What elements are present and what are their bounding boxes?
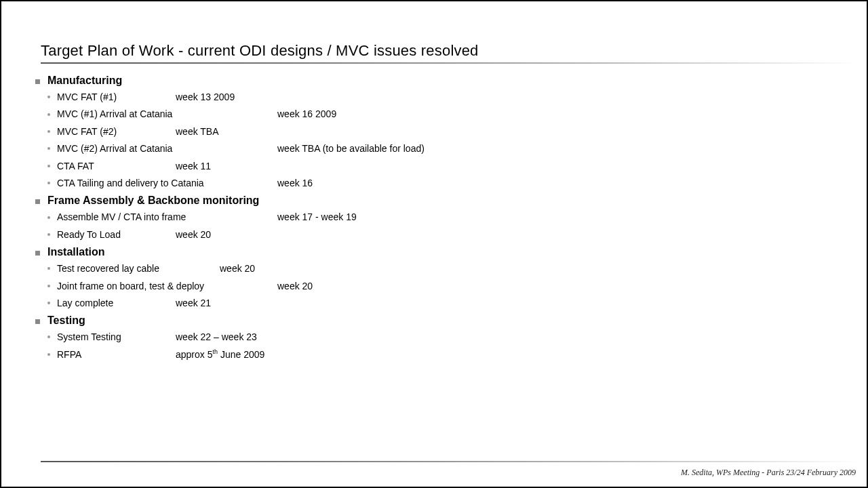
list-item: MVC FAT (#2)week TBA xyxy=(47,124,846,139)
item-when: week 21 xyxy=(176,296,211,310)
section-items: MVC FAT (#1)week 13 2009MVC (#1) Arrival… xyxy=(47,89,846,190)
item-label: MVC FAT (#2) xyxy=(57,124,176,139)
list-item: MVC (#2) Arrival at Cataniaweek TBA (to … xyxy=(47,141,846,156)
list-item: CTA FATweek 11 xyxy=(47,159,846,174)
list-item: Lay completeweek 21 xyxy=(47,296,846,310)
section: InstallationTest recovered lay cableweek… xyxy=(35,246,846,310)
section-title: Frame Assembly & Backbone monitoring xyxy=(47,195,259,207)
dot-bullet-icon xyxy=(47,302,50,304)
item-when: week 17 - week 19 xyxy=(277,209,357,224)
item-when: approx 5th June 2009 xyxy=(176,347,264,362)
square-bullet-icon xyxy=(35,79,40,84)
item-label: Ready To Load xyxy=(57,227,176,242)
slide: Target Plan of Work - current ODI design… xyxy=(0,0,868,488)
item-label: CTA Tailing and delivery to Catania xyxy=(57,176,277,190)
section-header: Testing xyxy=(35,314,846,327)
section-title: Testing xyxy=(47,314,85,327)
dot-bullet-icon xyxy=(47,285,50,287)
item-label: MVC (#2) Arrival at Catania xyxy=(57,141,277,156)
item-when: week 20 xyxy=(176,227,211,242)
item-label: Lay complete xyxy=(57,296,176,310)
dot-bullet-icon xyxy=(47,353,50,356)
item-label: RFPA xyxy=(57,347,176,362)
list-item: System Testingweek 22 – week 23 xyxy=(47,329,846,344)
dot-bullet-icon xyxy=(47,182,50,184)
section-header: Frame Assembly & Backbone monitoring xyxy=(35,195,846,207)
item-when: week 13 2009 xyxy=(176,89,235,104)
dot-bullet-icon xyxy=(47,336,50,338)
item-when: week 20 xyxy=(277,279,313,293)
item-when: week TBA (to be available for load) xyxy=(277,141,425,156)
section: ManufacturingMVC FAT (#1)week 13 2009MVC… xyxy=(35,75,846,190)
item-when: week 11 xyxy=(176,159,211,174)
square-bullet-icon xyxy=(35,199,40,204)
section: TestingSystem Testingweek 22 – week 23RF… xyxy=(35,314,846,362)
item-when: week TBA xyxy=(176,124,219,139)
list-item: MVC (#1) Arrival at Cataniaweek 16 2009 xyxy=(47,106,846,121)
item-when: week 16 xyxy=(277,176,313,190)
section-items: System Testingweek 22 – week 23RFPAappro… xyxy=(47,329,846,362)
dot-bullet-icon xyxy=(47,216,50,219)
dot-bullet-icon xyxy=(47,165,50,167)
section-items: Test recovered lay cableweek 20Joint fra… xyxy=(47,261,846,310)
item-when: week 16 2009 xyxy=(277,106,336,121)
item-when: week 22 – week 23 xyxy=(176,329,257,344)
dot-bullet-icon xyxy=(47,130,50,133)
list-item: MVC FAT (#1)week 13 2009 xyxy=(47,89,846,104)
item-when: week 20 xyxy=(220,261,255,276)
section: Frame Assembly & Backbone monitoringAsse… xyxy=(35,195,846,242)
item-label: System Testing xyxy=(57,329,176,344)
section-title: Manufacturing xyxy=(47,75,122,87)
item-label: Assemble MV / CTA into frame xyxy=(57,209,277,224)
divider-bottom xyxy=(41,461,859,462)
section-title: Installation xyxy=(47,246,104,258)
item-label: MVC (#1) Arrival at Catania xyxy=(57,106,277,121)
dot-bullet-icon xyxy=(47,96,50,98)
slide-footer: M. Sedita, WPs Meeting - Paris 23/24 Feb… xyxy=(681,468,856,478)
list-item: RFPAapprox 5th June 2009 xyxy=(47,347,846,362)
item-label: Test recovered lay cable xyxy=(57,261,220,276)
list-item: CTA Tailing and delivery to Cataniaweek … xyxy=(47,176,846,190)
slide-title: Target Plan of Work - current ODI design… xyxy=(41,42,479,60)
list-item: Test recovered lay cableweek 20 xyxy=(47,261,846,276)
list-item: Assemble MV / CTA into frameweek 17 - we… xyxy=(47,209,846,224)
item-label: Joint frame on board, test & deploy xyxy=(57,279,277,293)
item-label: MVC FAT (#1) xyxy=(57,89,176,104)
section-header: Installation xyxy=(35,246,846,258)
divider-top xyxy=(41,62,859,64)
section-items: Assemble MV / CTA into frameweek 17 - we… xyxy=(47,209,846,242)
slide-content: ManufacturingMVC FAT (#1)week 13 2009MVC… xyxy=(35,75,846,366)
item-label: CTA FAT xyxy=(57,159,176,174)
dot-bullet-icon xyxy=(47,233,50,236)
list-item: Ready To Loadweek 20 xyxy=(47,227,846,242)
square-bullet-icon xyxy=(35,319,40,324)
dot-bullet-icon xyxy=(47,113,50,116)
list-item: Joint frame on board, test & deployweek … xyxy=(47,279,846,293)
dot-bullet-icon xyxy=(47,147,50,150)
square-bullet-icon xyxy=(35,251,40,256)
section-header: Manufacturing xyxy=(35,75,846,87)
dot-bullet-icon xyxy=(47,267,50,270)
